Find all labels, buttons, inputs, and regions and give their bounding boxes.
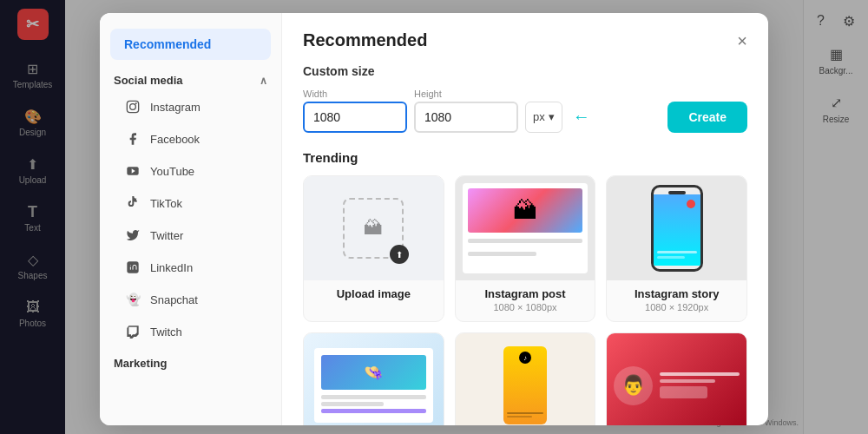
card-upload-info: Upload image bbox=[304, 280, 444, 309]
nav-item-facebook[interactable]: Facebook bbox=[107, 123, 274, 155]
nav-item-tiktok[interactable]: TikTok bbox=[107, 187, 274, 219]
twitter-icon bbox=[124, 227, 141, 244]
tiktok-icon bbox=[124, 194, 141, 212]
svg-point-1 bbox=[130, 104, 136, 110]
card-instapost-info: Instagram post 1080 × 1080px bbox=[456, 280, 595, 321]
mock-line-2 bbox=[468, 252, 537, 256]
instagram-icon bbox=[124, 98, 141, 115]
nav-item-twitter[interactable]: Twitter bbox=[107, 220, 274, 251]
nav-item-linkedin[interactable]: LinkedIn bbox=[107, 252, 274, 283]
modal-title: Recommended bbox=[303, 30, 427, 50]
card4-line3 bbox=[321, 409, 426, 413]
card-6[interactable]: 👨 bbox=[606, 332, 747, 425]
phone-mockup bbox=[651, 185, 703, 272]
unit-label: px bbox=[533, 110, 545, 123]
upload-dashed-border: ⬆ bbox=[343, 198, 404, 259]
modal-header: Recommended × bbox=[303, 30, 747, 50]
card4-line1 bbox=[321, 395, 426, 399]
nav-item-instagram[interactable]: Instagram bbox=[107, 91, 274, 122]
card-instapost-size: 1080 × 1080px bbox=[464, 302, 587, 312]
nav-item-youtube[interactable]: YouTube bbox=[107, 155, 274, 187]
nav-item-snapchat[interactable]: 👻 Snapchat bbox=[107, 284, 274, 315]
card-instastory-thumb bbox=[607, 176, 746, 280]
height-label: Height bbox=[414, 89, 518, 99]
arrow-indicator: ← bbox=[573, 107, 590, 127]
nav-item-twitch[interactable]: Twitch bbox=[107, 316, 274, 347]
youtube-icon bbox=[124, 162, 141, 180]
modal-close-button[interactable]: × bbox=[737, 32, 747, 49]
width-input[interactable] bbox=[303, 102, 407, 133]
upload-badge: ⬆ bbox=[390, 245, 409, 264]
card-4[interactable]: 👒 bbox=[303, 332, 444, 425]
height-input-group: Height bbox=[414, 89, 518, 133]
card-instastory-info: Instagram story 1080 × 1920px bbox=[607, 280, 746, 321]
card-upload-name: Upload image bbox=[312, 287, 435, 300]
width-input-group: Width bbox=[303, 89, 407, 133]
width-label: Width bbox=[303, 89, 407, 99]
marketing-section-title: Marketing bbox=[100, 348, 281, 373]
linkedin-icon bbox=[124, 259, 141, 276]
card-6-thumb: 👨 bbox=[607, 333, 746, 425]
recommended-button[interactable]: Recommended bbox=[110, 29, 271, 60]
card-4-thumb: 👒 bbox=[304, 333, 444, 425]
snapchat-icon: 👻 bbox=[124, 291, 141, 308]
card-instapost-name: Instagram post bbox=[464, 287, 587, 300]
unit-select[interactable]: px ▾ bbox=[525, 102, 562, 133]
card-upload-thumb: ⬆ bbox=[304, 176, 444, 280]
story-dot bbox=[687, 200, 695, 208]
card-instapost-thumb: 🏔 bbox=[456, 176, 595, 280]
trending-label: Trending bbox=[303, 150, 747, 165]
card-instastory-name: Instagram story bbox=[615, 287, 738, 300]
card-instagram-story[interactable]: Instagram story 1080 × 1920px bbox=[606, 175, 747, 322]
svg-point-2 bbox=[135, 102, 137, 104]
height-input[interactable] bbox=[414, 102, 518, 133]
size-inputs-row: Width Height px ▾ ← Create bbox=[303, 89, 747, 133]
unit-chevron-icon: ▾ bbox=[549, 110, 555, 123]
svg-point-6 bbox=[130, 265, 131, 266]
card-instastory-size: 1080 × 1920px bbox=[615, 302, 738, 312]
social-media-chevron[interactable]: ∧ bbox=[260, 75, 267, 87]
card-instagram-post[interactable]: 🏔 Instagram post 1080 × 1080px bbox=[455, 175, 596, 322]
upload-thumb-content: ⬆ bbox=[343, 198, 404, 259]
modal-main-content: Recommended × Custom size Width Height p… bbox=[282, 13, 768, 425]
mock-line-1 bbox=[468, 239, 583, 243]
create-button[interactable]: Create bbox=[667, 102, 747, 133]
card-5[interactable]: ♪ bbox=[455, 332, 596, 425]
modal-dialog: Recommended Social media ∧ Instagram Fac bbox=[100, 13, 768, 425]
modal-sidebar: Recommended Social media ∧ Instagram Fac bbox=[100, 13, 282, 425]
card-upload-image[interactable]: ⬆ Upload image bbox=[303, 175, 444, 322]
card-5-thumb: ♪ bbox=[456, 333, 595, 425]
facebook-icon bbox=[124, 130, 141, 148]
card4-line2 bbox=[321, 402, 384, 406]
twitch-icon bbox=[124, 323, 141, 340]
custom-size-label: Custom size bbox=[303, 64, 747, 78]
svg-rect-0 bbox=[127, 101, 138, 112]
social-media-section-title: Social media ∧ bbox=[100, 67, 281, 90]
trending-cards-grid: ⬆ Upload image 🏔 bbox=[303, 175, 747, 425]
